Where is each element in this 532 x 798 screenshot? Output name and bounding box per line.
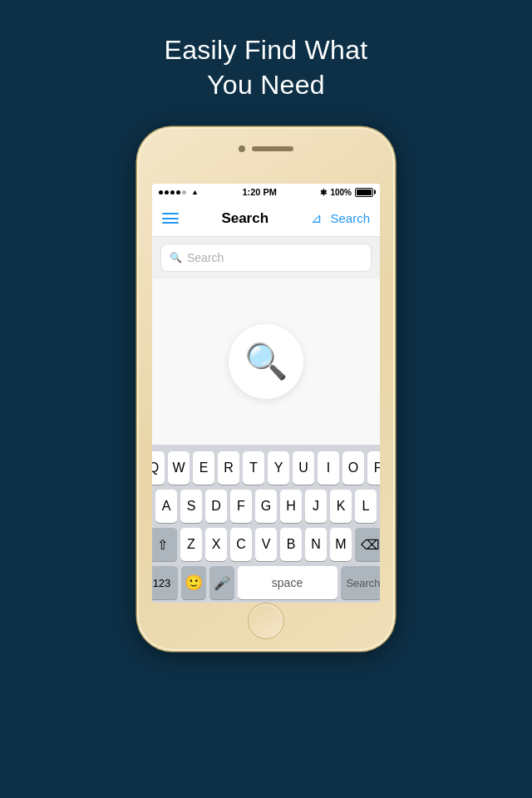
key-k[interactable]: K — [330, 490, 352, 523]
phone-screen: ▲ 1:20 PM ✱ 100% Search ⊿ Search — [152, 184, 380, 603]
key-a[interactable]: A — [155, 490, 177, 523]
key-b[interactable]: B — [280, 528, 302, 561]
keyboard-row-1: Q W E R T Y U I O P — [155, 451, 377, 485]
keyboard: Q W E R T Y U I O P A S D F G H J K — [152, 445, 380, 603]
nav-search-button[interactable]: Search — [330, 211, 370, 225]
key-u[interactable]: U — [293, 451, 314, 485]
key-q[interactable]: Q — [152, 451, 165, 485]
key-z[interactable]: Z — [180, 528, 202, 561]
keyboard-row-2: A S D F G H J K L — [155, 490, 377, 523]
key-n[interactable]: N — [305, 528, 327, 561]
status-right: ✱ 100% — [320, 188, 373, 197]
key-w[interactable]: W — [168, 451, 190, 485]
key-h[interactable]: H — [280, 490, 302, 523]
key-i[interactable]: I — [318, 451, 339, 485]
key-r[interactable]: R — [218, 451, 239, 485]
emoji-key[interactable]: 🙂 — [181, 566, 206, 599]
nav-right: ⊿ Search — [311, 210, 370, 226]
microphone-key[interactable]: 🎤 — [209, 566, 234, 599]
signal-dots — [159, 190, 186, 195]
wifi-icon: ▲ — [191, 188, 199, 196]
backspace-key[interactable]: ⌫ — [355, 528, 380, 561]
search-input[interactable]: Search — [187, 251, 362, 264]
shift-key[interactable]: ⇧ — [152, 528, 177, 561]
space-key[interactable]: space — [238, 566, 337, 599]
camera-dot — [239, 145, 245, 152]
search-input-area: 🔍 Search — [152, 237, 380, 278]
key-d[interactable]: D — [205, 490, 227, 523]
status-left: ▲ — [159, 188, 199, 196]
home-button[interactable] — [248, 603, 284, 639]
nav-title: Search — [221, 210, 268, 227]
keyboard-row-4: 123 🙂 🎤 space Search — [155, 566, 377, 599]
battery-percent: 100% — [330, 188, 352, 197]
phone-top-bar — [239, 145, 293, 152]
search-small-icon: 🔍 — [170, 252, 182, 264]
key-m[interactable]: M — [330, 528, 352, 561]
big-search-icon: 🔍 — [244, 344, 288, 379]
key-s[interactable]: S — [180, 490, 202, 523]
key-l[interactable]: L — [355, 490, 377, 523]
phone-mockup: ▲ 1:20 PM ✱ 100% Search ⊿ Search — [137, 127, 395, 659]
big-search-circle: 🔍 — [229, 324, 303, 399]
battery-fill — [357, 190, 372, 195]
headline: Easily Find What You Need — [165, 33, 368, 102]
filter-icon[interactable]: ⊿ — [311, 210, 322, 226]
key-y[interactable]: Y — [268, 451, 289, 485]
key-x[interactable]: X — [205, 528, 227, 561]
key-t[interactable]: T — [243, 451, 264, 485]
key-e[interactable]: E — [193, 451, 214, 485]
search-return-key[interactable]: Search — [341, 566, 381, 599]
nav-bar: Search ⊿ Search — [152, 200, 380, 237]
key-f[interactable]: F — [230, 490, 252, 523]
search-input-box[interactable]: 🔍 Search — [160, 244, 372, 272]
key-g[interactable]: G — [255, 490, 277, 523]
content-area: 🔍 — [152, 278, 380, 445]
key-j[interactable]: J — [305, 490, 327, 523]
status-time: 1:20 PM — [242, 187, 277, 197]
bluetooth-icon: ✱ — [320, 188, 327, 197]
key-p[interactable]: P — [367, 451, 380, 485]
key-c[interactable]: C — [230, 528, 252, 561]
key-o[interactable]: O — [342, 451, 364, 485]
hamburger-menu-button[interactable] — [162, 213, 179, 224]
keyboard-row-3: ⇧ Z X C V B N M ⌫ — [155, 528, 377, 561]
status-bar: ▲ 1:20 PM ✱ 100% — [152, 184, 380, 200]
speaker-slot — [252, 146, 293, 151]
battery-icon — [355, 188, 373, 197]
numbers-key[interactable]: 123 — [152, 566, 178, 599]
key-v[interactable]: V — [255, 528, 277, 561]
